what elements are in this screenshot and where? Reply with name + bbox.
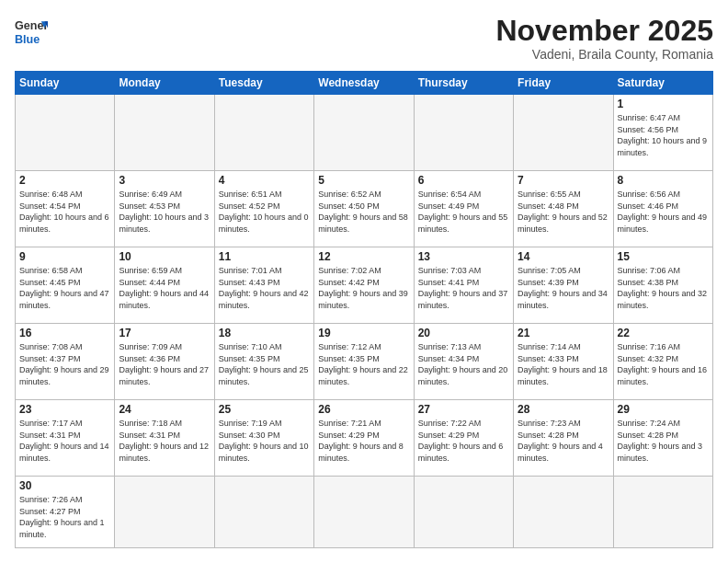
day-number: 17 <box>119 327 210 339</box>
day-info: Sunrise: 7:03 AMSunset: 4:41 PMDaylight:… <box>418 265 509 311</box>
table-row: 26Sunrise: 7:21 AMSunset: 4:29 PMDayligh… <box>314 400 414 477</box>
col-thursday: Thursday <box>414 72 513 95</box>
table-row: 28Sunrise: 7:23 AMSunset: 4:28 PMDayligh… <box>514 400 613 477</box>
table-row: 20Sunrise: 7:13 AMSunset: 4:34 PMDayligh… <box>414 324 513 400</box>
day-info: Sunrise: 7:18 AMSunset: 4:31 PMDaylight:… <box>119 418 210 464</box>
table-row: 19Sunrise: 7:12 AMSunset: 4:35 PMDayligh… <box>314 324 414 400</box>
day-number: 6 <box>418 174 509 187</box>
svg-text:Blue: Blue <box>15 33 40 46</box>
day-number: 2 <box>19 174 110 187</box>
table-row: 29Sunrise: 7:24 AMSunset: 4:28 PMDayligh… <box>613 400 712 477</box>
table-row: 27Sunrise: 7:22 AMSunset: 4:29 PMDayligh… <box>414 400 513 477</box>
day-info: Sunrise: 7:09 AMSunset: 4:36 PMDaylight:… <box>119 341 210 387</box>
day-number: 20 <box>418 327 509 339</box>
day-number: 3 <box>119 174 210 187</box>
table-row: 22Sunrise: 7:16 AMSunset: 4:32 PMDayligh… <box>613 324 712 400</box>
day-number: 30 <box>19 479 110 492</box>
day-number: 10 <box>119 250 210 263</box>
day-info: Sunrise: 7:22 AMSunset: 4:29 PMDaylight:… <box>418 418 509 464</box>
day-info: Sunrise: 7:26 AMSunset: 4:27 PMDaylight:… <box>19 494 110 540</box>
day-number: 9 <box>19 250 110 263</box>
day-number: 12 <box>318 250 409 263</box>
day-info: Sunrise: 7:16 AMSunset: 4:32 PMDaylight:… <box>618 341 709 387</box>
table-row <box>414 95 513 171</box>
day-info: Sunrise: 7:05 AMSunset: 4:39 PMDaylight:… <box>518 265 609 311</box>
table-row: 21Sunrise: 7:14 AMSunset: 4:33 PMDayligh… <box>514 324 613 400</box>
table-row: 9Sunrise: 6:58 AMSunset: 4:45 PMDaylight… <box>16 247 115 324</box>
col-friday: Friday <box>514 72 613 95</box>
month-title: November 2025 <box>495 15 713 47</box>
day-number: 24 <box>119 403 210 416</box>
col-tuesday: Tuesday <box>214 72 313 95</box>
day-info: Sunrise: 7:02 AMSunset: 4:42 PMDaylight:… <box>318 265 409 311</box>
table-row <box>314 476 414 547</box>
table-row: 10Sunrise: 6:59 AMSunset: 4:44 PMDayligh… <box>115 247 214 324</box>
table-row: 18Sunrise: 7:10 AMSunset: 4:35 PMDayligh… <box>214 324 313 400</box>
day-number: 22 <box>618 327 709 339</box>
day-info: Sunrise: 7:01 AMSunset: 4:43 PMDaylight:… <box>219 265 310 311</box>
day-number: 16 <box>19 327 110 339</box>
day-info: Sunrise: 7:23 AMSunset: 4:28 PMDaylight:… <box>518 418 609 464</box>
day-info: Sunrise: 7:12 AMSunset: 4:35 PMDaylight:… <box>318 341 409 387</box>
col-saturday: Saturday <box>613 72 712 95</box>
table-row <box>214 95 313 171</box>
day-number: 8 <box>618 174 709 187</box>
table-row: 25Sunrise: 7:19 AMSunset: 4:30 PMDayligh… <box>214 400 313 477</box>
day-number: 13 <box>418 250 509 263</box>
table-row <box>214 476 313 547</box>
day-number: 21 <box>518 327 609 339</box>
table-row <box>115 476 214 547</box>
day-info: Sunrise: 7:17 AMSunset: 4:31 PMDaylight:… <box>19 418 110 464</box>
day-number: 29 <box>618 403 709 416</box>
day-number: 18 <box>219 327 310 339</box>
day-number: 26 <box>318 403 409 416</box>
table-row <box>314 95 414 171</box>
day-info: Sunrise: 7:10 AMSunset: 4:35 PMDaylight:… <box>219 341 310 387</box>
table-row: 1Sunrise: 6:47 AMSunset: 4:56 PMDaylight… <box>613 95 712 171</box>
day-number: 7 <box>518 174 609 187</box>
table-row: 17Sunrise: 7:09 AMSunset: 4:36 PMDayligh… <box>115 324 214 400</box>
table-row: 4Sunrise: 6:51 AMSunset: 4:52 PMDaylight… <box>214 171 313 247</box>
day-number: 19 <box>318 327 409 339</box>
day-info: Sunrise: 7:19 AMSunset: 4:30 PMDaylight:… <box>219 418 310 464</box>
table-row <box>414 476 513 547</box>
logo: General Blue <box>15 15 48 48</box>
table-row <box>514 476 613 547</box>
title-block: November 2025 Vadeni, Braila County, Rom… <box>495 15 713 62</box>
table-row: 12Sunrise: 7:02 AMSunset: 4:42 PMDayligh… <box>314 247 414 324</box>
table-row: 6Sunrise: 6:54 AMSunset: 4:49 PMDaylight… <box>414 171 513 247</box>
day-info: Sunrise: 6:59 AMSunset: 4:44 PMDaylight:… <box>119 265 210 311</box>
day-number: 25 <box>219 403 310 416</box>
page: General Blue November 2025 Vadeni, Brail… <box>0 0 728 563</box>
col-monday: Monday <box>115 72 214 95</box>
day-number: 14 <box>518 250 609 263</box>
day-number: 5 <box>318 174 409 187</box>
table-row: 8Sunrise: 6:56 AMSunset: 4:46 PMDaylight… <box>613 171 712 247</box>
table-row: 2Sunrise: 6:48 AMSunset: 4:54 PMDaylight… <box>16 171 115 247</box>
day-number: 27 <box>418 403 509 416</box>
day-number: 23 <box>19 403 110 416</box>
location: Vadeni, Braila County, Romania <box>495 47 713 62</box>
table-row <box>613 476 712 547</box>
day-info: Sunrise: 7:06 AMSunset: 4:38 PMDaylight:… <box>618 265 709 311</box>
logo-icon: General Blue <box>15 15 48 48</box>
table-row: 5Sunrise: 6:52 AMSunset: 4:50 PMDaylight… <box>314 171 414 247</box>
table-row: 14Sunrise: 7:05 AMSunset: 4:39 PMDayligh… <box>514 247 613 324</box>
table-row <box>115 95 214 171</box>
table-row: 13Sunrise: 7:03 AMSunset: 4:41 PMDayligh… <box>414 247 513 324</box>
table-row: 15Sunrise: 7:06 AMSunset: 4:38 PMDayligh… <box>613 247 712 324</box>
table-row: 3Sunrise: 6:49 AMSunset: 4:53 PMDaylight… <box>115 171 214 247</box>
col-sunday: Sunday <box>16 72 115 95</box>
header-row: Sunday Monday Tuesday Wednesday Thursday… <box>16 72 713 95</box>
day-info: Sunrise: 7:13 AMSunset: 4:34 PMDaylight:… <box>418 341 509 387</box>
header: General Blue November 2025 Vadeni, Brail… <box>15 15 713 62</box>
day-info: Sunrise: 7:14 AMSunset: 4:33 PMDaylight:… <box>518 341 609 387</box>
table-row <box>16 95 115 171</box>
table-row: 30Sunrise: 7:26 AMSunset: 4:27 PMDayligh… <box>16 476 115 547</box>
table-row: 24Sunrise: 7:18 AMSunset: 4:31 PMDayligh… <box>115 400 214 477</box>
day-info: Sunrise: 7:08 AMSunset: 4:37 PMDaylight:… <box>19 341 110 387</box>
day-info: Sunrise: 6:58 AMSunset: 4:45 PMDaylight:… <box>19 265 110 311</box>
day-info: Sunrise: 6:56 AMSunset: 4:46 PMDaylight:… <box>618 189 709 235</box>
day-number: 1 <box>618 98 709 110</box>
day-info: Sunrise: 6:51 AMSunset: 4:52 PMDaylight:… <box>219 189 310 235</box>
